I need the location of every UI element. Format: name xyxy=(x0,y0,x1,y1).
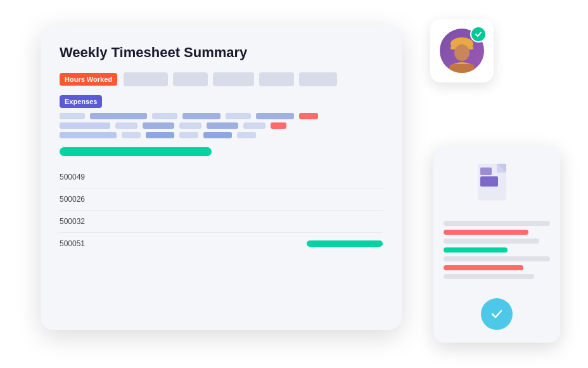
exp-block xyxy=(60,132,117,138)
data-rows: 500049 500026 500032 500051 xyxy=(60,166,383,254)
doc-check-circle xyxy=(481,298,513,330)
exp-block xyxy=(182,113,220,119)
exp-block xyxy=(90,113,147,119)
exp-block xyxy=(207,122,238,129)
exp-block xyxy=(237,132,256,138)
svg-rect-4 xyxy=(480,176,498,187)
avatar-card xyxy=(430,19,494,82)
expenses-badge: Expenses xyxy=(60,95,102,108)
doc-line-red xyxy=(444,265,523,270)
row-id: 500032 xyxy=(60,217,98,226)
table-row: 500026 xyxy=(60,188,383,211)
row-teal-pill xyxy=(307,240,383,247)
svg-point-7 xyxy=(454,44,470,61)
exp-block xyxy=(143,122,174,129)
avatar-check-icon xyxy=(474,30,483,39)
exp-block xyxy=(115,122,137,129)
hours-bar-1 xyxy=(124,72,168,86)
table-row: 500051 xyxy=(60,233,383,254)
exp-block xyxy=(243,122,265,129)
doc-card xyxy=(433,146,560,343)
expense-row-1 xyxy=(60,113,383,119)
hours-bar-4 xyxy=(259,72,294,86)
exp-block xyxy=(146,132,174,138)
exp-block xyxy=(152,113,177,119)
row-bar-area xyxy=(110,240,383,247)
hours-worked-row: Hours Worked xyxy=(60,72,383,86)
teal-progress-row xyxy=(60,147,383,156)
exp-block xyxy=(179,132,198,138)
avatar-verified-badge xyxy=(470,26,487,43)
table-row: 500032 xyxy=(60,211,383,233)
exp-block xyxy=(122,132,141,138)
row-id: 500026 xyxy=(60,195,98,204)
checkmark-icon xyxy=(489,306,505,322)
doc-lines xyxy=(444,221,550,288)
exp-block-red xyxy=(299,113,318,119)
doc-line-teal xyxy=(444,247,508,253)
expenses-section: Expenses xyxy=(60,95,383,138)
document-icon xyxy=(471,159,522,209)
exp-block xyxy=(60,113,85,119)
exp-block xyxy=(60,122,110,129)
hours-bar-3 xyxy=(213,72,254,86)
exp-block xyxy=(226,113,251,119)
page-title: Weekly Timesheet Summary xyxy=(60,44,383,61)
doc-line-red xyxy=(444,230,528,235)
expense-row-2 xyxy=(60,122,383,129)
doc-line xyxy=(444,256,550,261)
hours-badge: Hours Worked xyxy=(60,73,117,86)
avatar-wrapper xyxy=(440,29,484,73)
table-row: 500049 xyxy=(60,166,383,188)
hours-bar-5 xyxy=(299,72,337,86)
row-id: 500051 xyxy=(60,239,98,248)
exp-block-red xyxy=(271,122,286,129)
svg-rect-9 xyxy=(449,64,475,73)
exp-block xyxy=(256,113,294,119)
hours-bar-group xyxy=(124,72,383,86)
hours-bar-2 xyxy=(173,72,208,86)
expense-rows xyxy=(60,113,383,138)
expense-row-3 xyxy=(60,132,383,138)
doc-line xyxy=(444,274,534,279)
scene: Weekly Timesheet Summary Hours Worked Ex… xyxy=(22,13,566,355)
exp-block xyxy=(179,122,201,129)
doc-line xyxy=(444,221,550,226)
teal-progress-bar xyxy=(60,147,212,156)
doc-icon-area xyxy=(444,159,550,209)
svg-rect-3 xyxy=(480,168,492,175)
main-card: Weekly Timesheet Summary Hours Worked Ex… xyxy=(41,25,402,330)
row-id: 500049 xyxy=(60,173,98,181)
doc-line xyxy=(444,239,539,244)
exp-block xyxy=(203,132,232,138)
